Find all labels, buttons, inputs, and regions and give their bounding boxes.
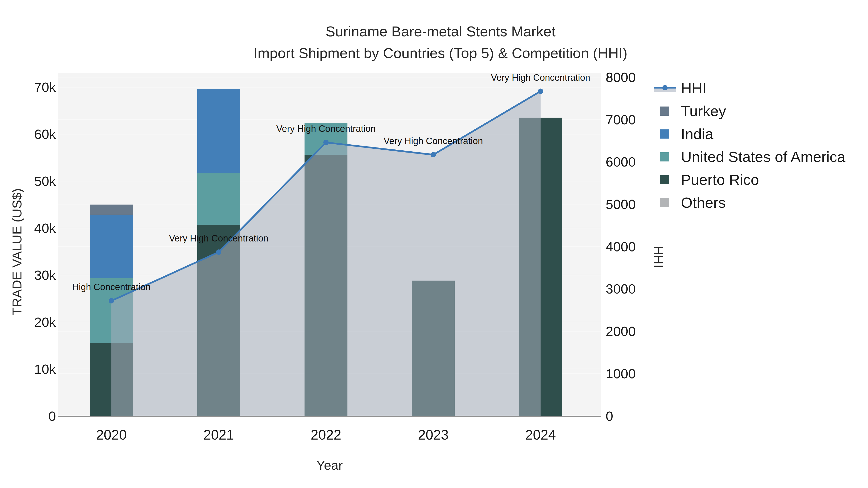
bar-segment-2020-india[interactable]	[90, 215, 133, 278]
y-right-tick-0: 0	[606, 409, 613, 424]
y-right-tick-8000: 8000	[606, 70, 636, 85]
y-left-tick-40k: 40k	[34, 221, 56, 236]
y-left-tick-50k: 50k	[34, 173, 56, 189]
legend-square-icon	[652, 106, 678, 116]
hhi-marker-2022[interactable]	[323, 140, 329, 145]
legend-square-icon	[652, 198, 678, 207]
y-left-tick-60k: 60k	[34, 127, 56, 142]
annotation-2021: Very High Concentration	[169, 233, 268, 243]
legend-label: Turkey	[681, 102, 726, 120]
x-tick-2022: 2022	[311, 427, 341, 443]
y-left-tick-20k: 20k	[34, 315, 56, 330]
hhi-marker-2021[interactable]	[216, 250, 221, 255]
y-right-tick-5000: 5000	[606, 197, 636, 212]
legend-label: HHI	[681, 79, 707, 97]
chart-title-line2: Import Shipment by Countries (Top 5) & C…	[254, 45, 628, 61]
legend-item-puerto-rico[interactable]: Puerto Rico	[652, 168, 845, 191]
legend-item-turkey[interactable]: Turkey	[652, 100, 845, 123]
y-right-tick-2000: 2000	[606, 324, 636, 339]
y-left-tick-30k: 30k	[34, 267, 56, 283]
legend: HHITurkeyIndiaUnited States of AmericaPu…	[652, 77, 845, 214]
x-tick-2020: 2020	[96, 427, 127, 443]
bar-segment-2021-united-states-of-america[interactable]	[197, 173, 240, 225]
y-left-axis-title: TRADE VALUE (US$)	[9, 188, 24, 315]
y-right-tick-6000: 6000	[606, 154, 636, 169]
annotation-2023: Very High Concentration	[383, 136, 483, 146]
legend-item-india[interactable]: India	[652, 123, 845, 145]
legend-label: Puerto Rico	[681, 171, 759, 188]
chart-canvas: High ConcentrationVery High Concentratio…	[0, 0, 868, 488]
annotation-2024: Very High Concentration	[491, 72, 590, 83]
y-right-tick-3000: 3000	[606, 281, 636, 296]
x-tick-2024: 2024	[525, 427, 556, 443]
hhi-line-swatch-icon	[652, 83, 678, 94]
figure: High ConcentrationVery High Concentratio…	[0, 0, 868, 488]
hhi-marker-2024[interactable]	[538, 89, 543, 94]
y-left-tick-0: 0	[49, 409, 56, 424]
legend-square-icon	[652, 129, 678, 138]
annotation-2020: High Concentration	[72, 282, 151, 292]
legend-item-united-states-of-america[interactable]: United States of America	[652, 145, 845, 168]
y-right-axis-title: HHI	[651, 246, 666, 268]
annotation-2022: Very High Concentration	[276, 124, 376, 134]
legend-label: Others	[681, 194, 726, 211]
legend-square-icon	[652, 175, 678, 184]
y-left-tick-10k: 10k	[34, 361, 56, 377]
chart-title-line1: Suriname Bare-metal Stents Market	[326, 23, 556, 40]
y-left-tick-70k: 70k	[34, 79, 56, 95]
bar-segment-2021-india[interactable]	[197, 89, 240, 173]
legend-label: United States of America	[681, 148, 845, 165]
y-right-tick-1000: 1000	[606, 366, 636, 381]
legend-square-icon	[652, 152, 678, 161]
y-right-tick-4000: 4000	[606, 239, 636, 254]
hhi-marker-2020[interactable]	[109, 298, 114, 303]
x-axis-title: Year	[316, 458, 343, 473]
legend-item-others[interactable]: Others	[652, 191, 845, 214]
x-tick-2023: 2023	[418, 427, 449, 443]
y-right-tick-7000: 7000	[606, 112, 636, 127]
hhi-marker-2023[interactable]	[431, 152, 436, 157]
x-tick-2021: 2021	[204, 427, 234, 443]
legend-item-hhi[interactable]: HHI	[652, 77, 845, 100]
legend-label: India	[681, 125, 713, 142]
bar-segment-2020-turkey[interactable]	[90, 205, 133, 215]
